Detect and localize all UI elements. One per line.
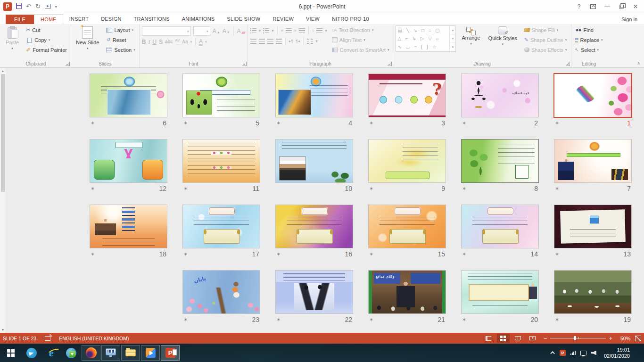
slide-sorter-view-button[interactable] [497,334,510,343]
slide-thumbnail[interactable] [90,139,167,183]
convert-to-smartart-button[interactable]: Convert to SmartArt▾ [330,45,391,54]
shapes-more-button[interactable]: ▼ [450,43,455,51]
redo-button[interactable]: ↻ [35,3,41,9]
increase-indent-button[interactable]: » [294,28,297,33]
reading-view-button[interactable] [512,334,524,343]
slide-thumbnail[interactable] [461,270,539,314]
reset-button[interactable]: ↺Reset [105,35,136,44]
slide-card[interactable]: ✶ 17 [182,205,260,259]
font-size-combo[interactable]: ▾ [193,26,210,36]
copy-button[interactable]: Copy▾ [25,35,68,44]
tab-review[interactable]: REVIEW [266,14,300,24]
slide-card[interactable]: ✶ 5 [182,74,260,128]
paste-button[interactable]: Paste▾ [3,25,21,51]
slide-thumbnail[interactable] [554,139,632,183]
strikethrough-button[interactable]: abc [165,40,173,44]
slide-card[interactable]: ✶ 12 [90,139,167,193]
bullets-button[interactable] [250,28,256,33]
customize-quick-access-button[interactable]: ▾ [55,4,57,9]
slide-card[interactable]: ✶ 3 [368,74,446,128]
slide-show-button[interactable] [526,334,539,343]
spell-check-icon[interactable] [45,336,50,341]
taskbar-media-player[interactable] [141,345,160,361]
slide-card[interactable]: وکلای مدافع ✶ 21 [368,270,446,324]
slide-card[interactable]: ✶ 19 [554,270,632,324]
shapes-scroll-up[interactable]: ▲ [450,26,455,34]
ribbon-display-options-button[interactable] [586,1,600,12]
arrange-button[interactable]: Arrange▾ [459,25,482,47]
slide-thumbnail[interactable] [368,139,446,183]
show-hidden-icons-chevron[interactable] [550,351,555,356]
change-case-button[interactable]: Aa [182,40,188,44]
character-spacing-button[interactable]: AV↔ [175,39,180,46]
shape-outline-button[interactable]: ✎Shape Outline▾ [523,35,569,44]
powerpoint-app-icon[interactable]: P [3,2,12,11]
shapes-gallery[interactable]: ▤ ╲ ↘ □ ○ ▢ △ ⌐ ↳ ▷ ▽ ⌂ ∿ ◡ ~ { } ☆ ▲ ▼ … [396,25,456,52]
slide-thumbnail[interactable] [275,205,353,248]
format-painter-button[interactable]: ✐Format Painter [25,45,68,54]
zoom-out-button[interactable]: − [544,336,547,341]
underline-button[interactable]: U [152,39,157,45]
align-center-button[interactable] [259,39,265,44]
zoom-slider-thumb[interactable] [574,336,576,340]
cut-button[interactable]: ✂Cut [25,25,68,34]
tab-slide-show[interactable]: SLIDE SHOW [221,14,266,24]
find-button[interactable]: Find [574,25,604,34]
slide-card[interactable]: ✶ 14 [461,205,539,259]
numbering-button[interactable] [263,28,269,33]
columns-button[interactable] [307,39,313,44]
taskbar-file-explorer[interactable] [121,345,140,361]
vertical-scrollbar[interactable]: ▲ ▼ [0,68,6,333]
clipboard-dialog-launcher[interactable] [66,62,70,66]
tab-transitions[interactable]: TRANSITIONS [128,14,176,24]
slide-thumbnail[interactable] [368,205,446,248]
slide-card[interactable]: ✶ 20 [461,270,539,324]
tab-view[interactable]: VIEW [300,14,326,24]
slide-card[interactable]: ✶ 11 [182,139,260,193]
slide-thumbnail[interactable] [554,270,632,314]
save-button[interactable] [16,3,22,10]
slide-card[interactable]: ✶ 16 [275,205,353,259]
shape-fill-button[interactable]: Shape Fill▾ [523,25,569,34]
slide-thumbnail[interactable] [275,270,353,314]
slide-thumbnail[interactable] [461,205,539,248]
new-slide-button[interactable]: New Slide▾ [74,25,102,51]
decrease-font-size-button[interactable]: A▼ [223,28,230,34]
undo-button[interactable]: ↶ [26,3,31,9]
slide-thumbnail[interactable]: وکلای مدافع [368,270,446,314]
replace-button[interactable]: abacReplace▾ [574,35,604,44]
slide-card[interactable]: ✶ 13 [554,205,632,259]
slide-card[interactable]: ✶ 8 [461,139,539,193]
tab-animations[interactable]: ANIMATIONS [176,14,221,24]
bold-button[interactable]: B [142,39,146,45]
tab-file[interactable]: FILE [6,15,34,24]
font-dialog-launcher[interactable] [242,62,247,66]
network-icon[interactable] [580,351,586,355]
start-from-beginning-button[interactable] [45,3,51,9]
taskbar-powerpoint[interactable]: P [161,345,180,361]
font-name-combo[interactable]: ▾ [142,26,191,36]
shape-effects-button[interactable]: Shape Effects▾ [523,45,569,54]
slide-card[interactable]: قوه قضائیه ✶ 2 [461,74,539,128]
slide-card[interactable]: ✶ 1 [554,74,632,128]
ltr-direction-button[interactable]: ▸¶ [289,39,293,43]
taskbar-download-manager[interactable] [62,345,81,361]
close-button[interactable]: ✕ [629,1,642,12]
taskbar-firefox[interactable] [82,345,100,361]
restore-button[interactable] [615,1,628,12]
slide-card[interactable]: ✶ 4 [275,74,353,128]
slide-thumbnail[interactable] [90,74,167,117]
slide-thumbnail[interactable] [90,205,167,248]
rtl-direction-button[interactable]: ¶◂ [296,39,300,43]
slide-thumbnail[interactable] [554,205,632,248]
tab-nitro-pro-10[interactable]: NITRO PRO 10 [326,14,375,24]
fit-slide-to-window-button[interactable] [635,336,641,341]
scroll-down-arrow[interactable]: ▼ [1,327,5,333]
layout-button[interactable]: Layout▾ [105,25,136,34]
signal-bars-icon[interactable] [570,351,576,355]
slide-thumbnail[interactable] [182,74,260,117]
language-indicator[interactable]: ENGLISH (UNITED KINGDOM) [59,336,129,341]
slide-thumbnail[interactable] [461,139,539,183]
taskbar-keyboard-viewer[interactable] [101,345,120,361]
section-button[interactable]: Section▾ [105,45,136,54]
